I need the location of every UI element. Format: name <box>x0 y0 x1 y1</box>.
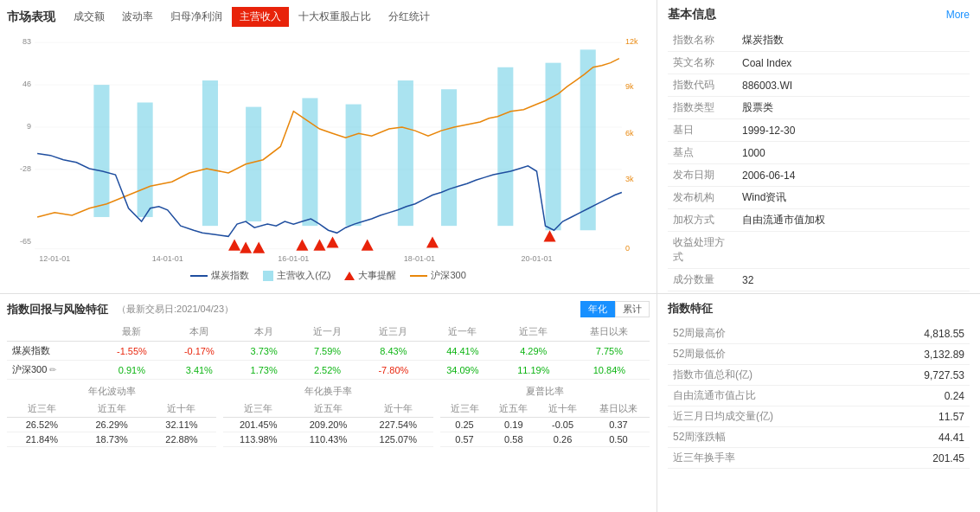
toggle-group: 年化 累计 <box>580 301 650 317</box>
info-value: 1000 <box>737 142 970 164</box>
vol-header: 近三年 <box>7 400 77 418</box>
returns-name: 煤炭指数 <box>7 342 98 361</box>
info-label: 发布机构 <box>668 187 737 209</box>
svg-marker-37 <box>362 239 374 250</box>
returns-header-cell: 近一年 <box>427 323 498 342</box>
vol-row: 26.52%26.29%32.11% <box>7 418 216 432</box>
svg-rect-25 <box>346 105 362 227</box>
vol-cell: 26.52% <box>7 418 77 432</box>
legend-event: 大事提醒 <box>344 269 396 282</box>
returns-header-cell: 近三月 <box>360 323 427 342</box>
info-row: 成分数量32 <box>668 269 970 291</box>
info-label: 基日 <box>668 119 737 142</box>
tab-item-3[interactable]: 主营收入 <box>232 7 289 27</box>
info-row: 发布日期2006-06-14 <box>668 164 970 187</box>
info-label: 发布日期 <box>668 164 737 187</box>
volatility-section: 年化波动率 近三年近五年近十年 26.52%26.29%32.11%21.84%… <box>7 385 216 447</box>
returns-cell: 10.84% <box>569 361 650 380</box>
features-value: 0.24 <box>874 386 970 406</box>
svg-rect-29 <box>546 63 561 231</box>
info-row: 指数名称煤炭指数 <box>668 29 970 52</box>
info-row: 基点1000 <box>668 142 970 164</box>
turn-cell: 227.54% <box>363 418 433 432</box>
toggle-cumul[interactable]: 累计 <box>615 301 650 317</box>
sharpe-title: 夏普比率 <box>440 385 650 398</box>
toggle-annual[interactable]: 年化 <box>580 301 615 317</box>
returns-table: 最新本周本月近一月近三月近一年近三年基日以来 煤炭指数-1.55%-0.17%3… <box>7 323 650 380</box>
market-panel: 市场表现 成交额波动率归母净利润主营收入十大权重股占比分红统计 83 46 9 … <box>0 0 657 293</box>
vol-cell: 22.88% <box>147 432 217 447</box>
legend-bar-cyan <box>263 271 273 281</box>
returns-header: 指数回报与风险特征 （最新交易日:2021/04/23） 年化 累计 <box>7 301 650 317</box>
svg-text:3k: 3k <box>625 175 634 183</box>
info-label: 指数代码 <box>668 74 737 97</box>
legend-line-orange <box>410 275 427 277</box>
info-row: 加权方式自由流通市值加权 <box>668 209 970 232</box>
svg-rect-24 <box>302 98 317 226</box>
features-value: 4,818.55 <box>874 323 970 344</box>
info-panel-header: 基本信息 More <box>668 7 970 22</box>
volatility-title: 年化波动率 <box>7 385 216 398</box>
svg-text:-65: -65 <box>20 236 31 245</box>
chart-legend: 煤炭指数 主营收入(亿) 大事提醒 沪深300 <box>7 269 650 282</box>
features-row: 52周最高价4,818.55 <box>668 323 970 344</box>
info-label: 指数名称 <box>668 29 737 52</box>
sharpe-cell: -0.05 <box>538 418 587 432</box>
returns-header-cell: 基日以来 <box>569 323 650 342</box>
returns-cell: 7.59% <box>295 342 360 361</box>
svg-marker-34 <box>296 239 308 250</box>
sharpe-cell: 0.37 <box>587 418 650 432</box>
sharpe-cell: 0.58 <box>489 432 538 447</box>
legend-coal-index: 煤炭指数 <box>190 269 249 282</box>
more-link[interactable]: More <box>946 9 970 21</box>
turn-row: 113.98%110.43%125.07% <box>223 432 432 447</box>
sharpe-row: 0.570.580.260.50 <box>440 432 650 447</box>
returns-title: 指数回报与风险特征 <box>7 302 108 317</box>
returns-header-cell: 近一月 <box>295 323 360 342</box>
turn-cell: 125.07% <box>363 432 433 447</box>
info-label: 基点 <box>668 142 737 164</box>
returns-cell: 3.41% <box>165 361 233 380</box>
tab-item-1[interactable]: 波动率 <box>114 7 161 27</box>
market-panel-title: 市场表现 <box>7 10 55 25</box>
svg-text:6k: 6k <box>625 129 634 138</box>
info-value: 2006-06-14 <box>737 164 970 187</box>
svg-text:46: 46 <box>22 80 31 88</box>
returns-date: （最新交易日:2021/04/23） <box>117 303 234 316</box>
features-row: 52周最低价3,132.89 <box>668 344 970 365</box>
returns-row: 煤炭指数-1.55%-0.17%3.73%7.59%8.43%44.41%4.2… <box>7 342 650 361</box>
info-row: 指数代码886003.WI <box>668 74 970 97</box>
returns-header-cell: 本月 <box>233 323 295 342</box>
tab-item-4[interactable]: 十大权重股占比 <box>291 7 379 27</box>
info-value: 股票类 <box>737 97 970 119</box>
info-label: 英文名称 <box>668 52 737 74</box>
turn-cell: 201.45% <box>223 418 293 432</box>
svg-text:0: 0 <box>625 244 630 253</box>
sharpe-row: 0.250.19-0.050.37 <box>440 418 650 432</box>
vol-header: 近十年 <box>147 400 217 418</box>
vol-cell: 21.84% <box>7 432 77 447</box>
features-value: 9,727.53 <box>874 365 970 386</box>
features-table: 52周最高价4,818.5552周最低价3,132.89指数市值总和(亿)9,7… <box>668 323 970 469</box>
svg-marker-38 <box>426 236 439 247</box>
svg-marker-33 <box>253 241 265 253</box>
tab-item-0[interactable]: 成交额 <box>66 7 112 27</box>
returns-cell: 3.73% <box>233 342 295 361</box>
returns-cell: 11.19% <box>498 361 569 380</box>
info-row: 英文名称Coal Index <box>668 52 970 74</box>
sub-tables: 年化波动率 近三年近五年近十年 26.52%26.29%32.11%21.84%… <box>7 385 650 447</box>
tab-item-2[interactable]: 归母净利润 <box>163 7 230 27</box>
returns-name: 沪深300 ✏ <box>7 361 98 380</box>
tab-item-5[interactable]: 分红统计 <box>381 7 438 27</box>
returns-header-cell: 最新 <box>98 323 165 342</box>
returns-panel: 指数回报与风险特征 （最新交易日:2021/04/23） 年化 累计 最新本周本… <box>0 294 657 512</box>
svg-text:83: 83 <box>22 37 31 46</box>
sharpe-table: 近三年近五年近十年基日以来 0.250.19-0.050.370.570.580… <box>440 400 650 447</box>
info-value: Wind资讯 <box>737 187 970 209</box>
info-value: 自由流通市值加权 <box>737 209 970 232</box>
info-panel: 基本信息 More 指数名称煤炭指数英文名称Coal Index指数代码8860… <box>657 0 980 293</box>
legend-label-coal: 煤炭指数 <box>211 269 249 282</box>
volatility-table: 近三年近五年近十年 26.52%26.29%32.11%21.84%18.73%… <box>7 400 216 447</box>
vol-header: 近五年 <box>77 400 147 418</box>
edit-icon[interactable]: ✏ <box>49 365 56 374</box>
